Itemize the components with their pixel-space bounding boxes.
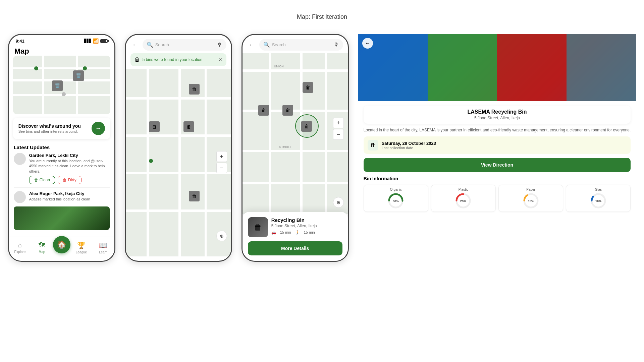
search-bar-row-2: ← 🔍 Search 🎙 [126,35,231,53]
map-bin-3-selected[interactable]: 🗑 [301,121,312,132]
zoom-in-2[interactable]: + [216,151,227,162]
update-content-2: Alex Roger Park, Ikeja City Adaeze marke… [29,191,110,203]
donut-svg: 15% [523,193,539,209]
view-direction-button[interactable]: View Direction [364,158,631,172]
road-2-v3 [205,69,207,256]
bin-red [497,34,567,101]
back-button-3[interactable]: ← [247,40,257,50]
search-box-3[interactable]: 🔍 Search 🎙 [259,39,343,51]
bin-circles: Organic 50% Plastic 25% Paper 15% [364,185,631,212]
clean-button[interactable]: 🗑 Clean [29,176,55,184]
fab-icon: 🏠 [57,240,66,249]
map-full-3[interactable]: 🗑 🗑 🗑 🗑 + − ⊕ UNION STREET [243,53,348,214]
bin-green [428,34,497,101]
lasema-address: 5 Jone Street, Allen, Ikeja [368,116,627,120]
circle-container: 15% [523,193,539,209]
phone-1: 9:41 ▋▋▋ 📶 Map 🗑️ 🗑️ [8,34,115,262]
status-time: 9:41 [16,39,24,44]
date-sub: Last collection date [382,146,436,150]
page-title: Map: First Iteration [297,13,347,20]
discover-subtitle: See bins and other interests around. [18,129,81,133]
bin-detail-card: 🗑 Recycling Bin 5 Jone Street, Allen, Ik… [243,212,348,261]
close-notification-button[interactable]: ✕ [218,57,222,62]
svg-text:10%: 10% [595,199,601,203]
updates-section: Latest Updates Garden Park, Lekki City Y… [9,142,114,232]
update-item-1: Garden Park, Lekki City You are currentl… [14,153,110,188]
walk-time: 15 min [304,230,315,235]
notification-text: 5 bins were found in your location [143,57,216,62]
update-name-2: Alex Roger Park, Ikeja City [29,191,110,196]
circle-container: 25% [455,193,471,209]
donut-svg: 50% [388,193,404,209]
phone4-content: LASEMA Recycling Bin 5 Jone Street, Alle… [358,101,636,217]
discover-card: Discover what's around you See bins and … [13,118,110,139]
circle-label: Organic [367,188,425,191]
nav-map[interactable]: 🗺 Map [31,241,53,254]
arrow-right-icon: → [95,125,101,132]
discover-button[interactable]: → [92,122,105,135]
explore-icon: ⌂ [18,241,22,249]
nav-league[interactable]: 🏆 League [70,241,93,254]
location-btn-3[interactable]: ⊕ [333,197,344,208]
bin-circle-plastic: Plastic 25% [431,185,496,212]
phone-4: ← LASEMA Recycling Bin 5 Jone Street, Al… [358,34,636,217]
updates-title: Latest Updates [14,144,110,150]
learn-icon: 📖 [99,241,107,249]
map-dot-1 [34,66,38,70]
zoom-out-3[interactable]: − [333,129,344,140]
search-box-2[interactable]: 🔍 Search 🎙 [143,39,226,51]
status-bar: 9:41 ▋▋▋ 📶 [9,35,114,45]
map-label: Map [39,250,45,254]
map-bin-2-4: 🗑 [189,191,200,201]
lasema-title: LASEMA Recycling Bin [368,109,627,115]
bin-name: Recycling Bin [271,217,342,223]
road-3-v1 [269,53,271,214]
back-icon-3: ← [249,42,255,48]
zoom-in-3[interactable]: + [333,118,344,128]
map-bin-3-2: 🗑 [258,105,269,116]
league-label: League [76,250,87,254]
lasema-desc: Located in the heart of the city, LASEMA… [364,127,631,133]
notif-bin-icon: 🗑 [135,57,140,63]
more-details-button[interactable]: More Details [248,241,342,255]
back-button-4[interactable]: ← [362,38,373,49]
circle-container: 50% [388,193,404,209]
update-buttons-1: 🗑 Clean 🗑 Dirty [29,176,110,184]
map-dot-2-1 [149,159,153,163]
back-button-2[interactable]: ← [130,40,140,50]
road-3-h4 [243,182,348,184]
road-3-h1 [243,69,348,72]
location-btn-2[interactable]: ⊕ [216,231,227,241]
map-preview[interactable]: 🗑️ 🗑️ [13,56,110,114]
zoom-out-2[interactable]: − [216,163,227,173]
bin-img-inner: 🗑 [248,217,268,237]
update-content-1: Garden Park, Lekki City You are currentl… [29,153,110,184]
road-3-h3 [243,150,348,152]
svg-text:50%: 50% [393,199,399,203]
fab-button[interactable]: 🏠 [53,236,70,253]
search-bar-row-3: ← 🔍 Search 🎙 [243,35,348,53]
drive-time: 15 min [280,230,291,235]
dirty-label: Dirty [68,178,76,182]
clean-icon: 🗑 [34,178,38,182]
nav-learn[interactable]: 📖 Learn [92,241,114,254]
bin-info: Recycling Bin 5 Jone Street, Allen, Ikej… [271,217,342,235]
signal-icon: ▋▋▋ [84,39,91,43]
dirty-button[interactable]: 🗑 Dirty [58,176,82,184]
avatar-2 [14,191,26,203]
mic-icon-2: 🎙 [217,42,222,48]
nav-explore[interactable]: ⌂ Explore [9,241,31,254]
road-2-v2 [178,69,181,256]
league-icon: 🏆 [77,241,86,249]
circle-label: Plastic [434,188,493,191]
bin-times: 🚗 15 min 🚶 15 min [271,230,342,235]
dirty-icon: 🗑 [63,178,67,182]
date-label: Saturday, 28 October 2023 [382,141,436,146]
header-image: ← [358,34,636,101]
bin-circle-paper: Paper 15% [498,185,563,212]
map-full-2[interactable]: 🗑 🗑 🗑 🗑 + − ⊕ [126,69,231,256]
search-icon-2: 🔍 [147,42,153,48]
update-desc-2: Adaeze marked this location as clean [29,197,110,202]
wifi-icon: 📶 [93,38,99,44]
map-bin-2-3: 🗑 [183,121,194,132]
